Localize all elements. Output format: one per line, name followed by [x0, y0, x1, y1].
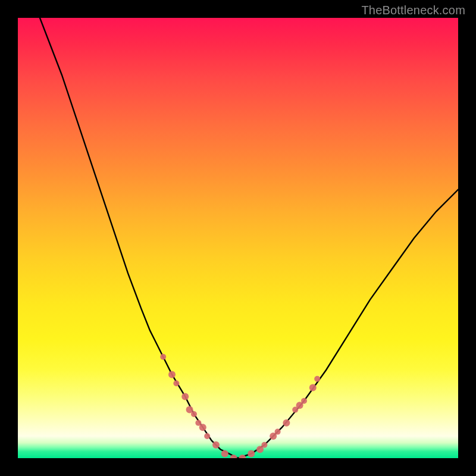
scatter-point [204, 433, 210, 439]
bottleneck-curve [40, 18, 458, 458]
chart-container: TheBottleneck.com [0, 0, 476, 476]
scatter-point [199, 424, 206, 431]
scatter-point [283, 419, 290, 427]
watermark-text: TheBottleneck.com [361, 4, 465, 17]
scatter-point [168, 371, 176, 378]
plot-area [18, 18, 458, 458]
scatter-point [191, 411, 197, 417]
scatter-point [160, 354, 166, 360]
scatter-point [314, 376, 320, 382]
scatter-point [248, 450, 255, 458]
scatter-point [309, 384, 317, 392]
scatter-point [261, 442, 267, 448]
scatter-point [275, 429, 281, 435]
scatter-points [160, 354, 320, 458]
scatter-point [221, 450, 228, 458]
scatter-point [173, 380, 179, 386]
scatter-point [301, 398, 307, 404]
chart-svg [18, 18, 458, 458]
scatter-point [212, 441, 220, 449]
scatter-point [181, 393, 189, 400]
